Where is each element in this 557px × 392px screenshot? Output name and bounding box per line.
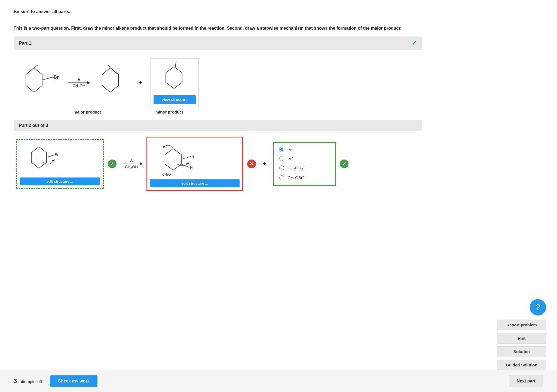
attempts-number: 3 [14, 378, 17, 384]
svg-marker-8 [166, 67, 182, 88]
report-problem-button[interactable]: Report problem [497, 320, 546, 330]
radio-br-plus[interactable] [279, 156, 284, 161]
check-work-button[interactable]: Check my work [50, 375, 97, 387]
svg-text:H: H [191, 155, 194, 159]
svg-line-1 [42, 77, 52, 80]
radio-item-br-minus[interactable]: Br− [279, 147, 329, 152]
heat-symbol: Δ [78, 77, 81, 82]
edit-box-2: H H CH₃O⁻ edit structure ... [146, 137, 243, 191]
plus-sign: + [136, 79, 145, 86]
attempts-display: 3 attempts left [14, 378, 42, 385]
svg-line-10 [175, 61, 176, 67]
part2-label: Part 2 out of 3 [19, 123, 48, 128]
guided-solution-button[interactable]: Guided Solution [497, 360, 546, 370]
svg-text:-Br: -Br [52, 75, 59, 79]
radio-group-box: Br− Br+ CH3OH2+ CH3OBr+ [273, 142, 336, 186]
reagent-label: CH₃OH [72, 84, 85, 88]
minor-product-box: view structure [151, 58, 199, 107]
svg-line-15 [181, 157, 191, 159]
reagent-label-2: CH₃OH [125, 165, 138, 169]
minor-product-label: minor product [155, 110, 183, 114]
radio-label-ch3obr-plus: CH3OBr+ [287, 175, 304, 181]
radio-label-br-plus: Br+ [287, 156, 293, 161]
reaction-labels: major product minor product [74, 110, 422, 114]
check-circle-2: ✓ [340, 160, 348, 168]
sidebar-buttons: ? Report problem Hint Solution Guided So… [497, 299, 546, 370]
svg-text:H: H [190, 166, 192, 170]
help-circle-button[interactable]: ? [530, 299, 546, 316]
svg-marker-11 [31, 147, 47, 168]
part1-header: Part 1: ✓ [14, 36, 422, 50]
radio-item-br-plus[interactable]: Br+ [279, 156, 329, 161]
solution-button[interactable]: Solution [497, 346, 546, 357]
reaction-arrow: Δ CH₃OH [68, 77, 90, 88]
heat-symbol-2: Δ [130, 158, 133, 163]
view-structure-button[interactable]: view structure [154, 95, 196, 104]
mechanism-step2-molecule: H H CH₃O⁻ [150, 140, 204, 177]
svg-line-6 [112, 69, 119, 75]
svg-marker-14 [165, 149, 181, 170]
edit-structure-btn-1[interactable]: edit structure ... [20, 177, 100, 185]
svg-line-3 [34, 65, 39, 68]
svg-line-7 [108, 65, 110, 68]
part1-label: Part 1: [19, 41, 33, 46]
reaction-arrow-2: Δ CH₃OH [121, 158, 142, 169]
radio-ch3obr-plus[interactable] [279, 175, 284, 180]
svg-text:Br: Br [55, 152, 59, 157]
plus-sign-2: + [260, 160, 269, 167]
bottom-bar: 3 attempts left Check my work Next part [0, 370, 557, 392]
svg-marker-4 [102, 68, 118, 92]
x-circle: ✕ [247, 160, 256, 168]
radio-label-ch3oh2-plus: CH3OH2+ [287, 165, 305, 171]
instruction-text: Be sure to answer all parts. [14, 8, 422, 15]
major-product-molecule [95, 65, 131, 100]
attempts-label: attempts left [20, 379, 42, 384]
part2-header: Part 2 out of 3 [14, 120, 422, 131]
mechanism-step1-molecule: Br [20, 142, 65, 175]
part2-area: Br edit structure ... ✓ Δ CH₃OH [14, 137, 422, 191]
next-part-button[interactable]: Next part [509, 375, 543, 387]
svg-text:CH₃O⁻: CH₃O⁻ [162, 173, 173, 176]
hint-button[interactable]: Hint [497, 333, 546, 344]
radio-item-ch3oh2-plus[interactable]: CH3OH2+ [279, 165, 329, 171]
check-circle-1: ✓ [108, 160, 117, 168]
part1-reaction-area: -Br Δ CH₃OH + [14, 58, 422, 107]
edit-structure-btn-2[interactable]: edit structure ... [150, 179, 240, 187]
part1-checkmark: ✓ [412, 40, 417, 47]
svg-marker-0 [26, 68, 42, 92]
svg-line-12 [47, 155, 55, 157]
radio-label-br-minus: Br− [287, 147, 293, 152]
reactant-molecule: -Br [19, 65, 63, 100]
radio-ch3oh2-plus[interactable] [279, 166, 284, 170]
question-description: This is a two-part question. First, draw… [14, 25, 422, 32]
major-product-label: major product [74, 110, 101, 114]
radio-br-minus[interactable] [279, 147, 284, 152]
radio-item-ch3obr-plus[interactable]: CH3OBr+ [279, 175, 329, 181]
edit-box-1: Br edit structure ... [16, 139, 104, 189]
minor-product-molecule [154, 61, 196, 94]
